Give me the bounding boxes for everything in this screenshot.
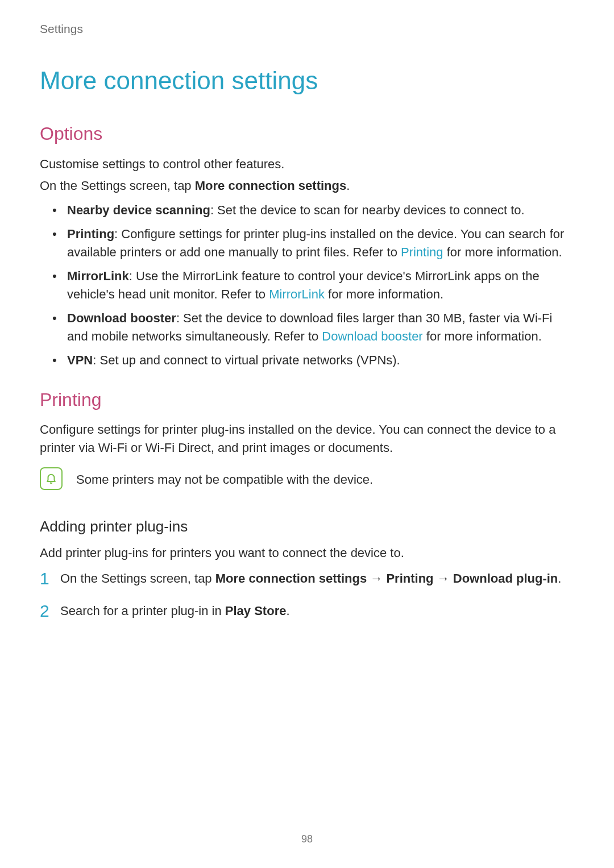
step-text-pre: On the Settings screen, tap bbox=[60, 571, 215, 585]
page-title: More connection settings bbox=[40, 63, 574, 99]
options-intro-2-pre: On the Settings screen, tap bbox=[40, 178, 195, 193]
options-intro-2: On the Settings screen, tap More connect… bbox=[40, 177, 574, 195]
option-name: Download booster bbox=[67, 311, 176, 325]
step-number: 1 bbox=[40, 566, 49, 591]
option-text: : Set the device to scan for nearby devi… bbox=[210, 203, 525, 217]
step-1: 1 On the Settings screen, tap More conne… bbox=[40, 569, 574, 588]
step-strong-2: Printing bbox=[386, 571, 433, 585]
step-text-pre: Search for a printer plug-in in bbox=[60, 604, 225, 618]
section-options-heading: Options bbox=[40, 121, 574, 147]
arrow-icon: → bbox=[434, 571, 453, 585]
breadcrumb: Settings bbox=[40, 20, 574, 38]
step-strong-1: More connection settings bbox=[215, 571, 367, 585]
step-number: 2 bbox=[40, 598, 49, 624]
printing-intro: Configure settings for printer plug-ins … bbox=[40, 421, 574, 457]
option-text: : Set up and connect to virtual private … bbox=[93, 353, 400, 367]
page-number: 98 bbox=[0, 832, 614, 846]
option-name: Nearby device scanning bbox=[67, 203, 210, 217]
options-intro-2-strong: More connection settings bbox=[195, 178, 346, 193]
section-printing-heading: Printing bbox=[40, 387, 574, 413]
step-strong-3: Download plug-in bbox=[453, 571, 558, 585]
option-mirrorlink: MirrorLink: Use the MirrorLink feature t… bbox=[40, 267, 574, 304]
option-vpn: VPN: Set up and connect to virtual priva… bbox=[40, 351, 574, 369]
arrow-icon: → bbox=[367, 571, 386, 585]
link-mirrorlink[interactable]: MirrorLink bbox=[269, 287, 325, 301]
option-name: VPN bbox=[67, 353, 93, 367]
option-printing: Printing: Configure settings for printer… bbox=[40, 225, 574, 261]
step-2: 2 Search for a printer plug-in in Play S… bbox=[40, 601, 574, 620]
step-strong-1: Play Store bbox=[225, 604, 287, 618]
subsection-intro: Add printer plug-ins for printers you wa… bbox=[40, 544, 574, 562]
option-name: Printing bbox=[67, 227, 114, 241]
page-container: Settings More connection settings Option… bbox=[0, 0, 614, 868]
step-text-post: . bbox=[558, 571, 561, 585]
link-download-booster[interactable]: Download booster bbox=[322, 329, 422, 343]
options-intro-1: Customise settings to control other feat… bbox=[40, 155, 574, 173]
link-printing[interactable]: Printing bbox=[401, 245, 443, 259]
option-name: MirrorLink bbox=[67, 269, 129, 283]
bell-icon bbox=[40, 467, 63, 490]
options-intro-2-post: . bbox=[346, 178, 350, 193]
option-nearby-device-scanning: Nearby device scanning: Set the device t… bbox=[40, 201, 574, 219]
subsection-adding-plugins: Adding printer plug-ins bbox=[40, 516, 574, 538]
step-text-post: . bbox=[286, 604, 289, 618]
option-text-post: for more information. bbox=[423, 329, 542, 343]
option-download-booster: Download booster: Set the device to down… bbox=[40, 309, 574, 346]
note-text: Some printers may not be compatible with… bbox=[76, 467, 373, 489]
steps-list: 1 On the Settings screen, tap More conne… bbox=[40, 569, 574, 620]
options-list: Nearby device scanning: Set the device t… bbox=[40, 201, 574, 369]
option-text-post: for more information. bbox=[443, 245, 562, 259]
option-text-post: for more information. bbox=[325, 287, 443, 301]
note-row: Some printers may not be compatible with… bbox=[40, 467, 574, 490]
